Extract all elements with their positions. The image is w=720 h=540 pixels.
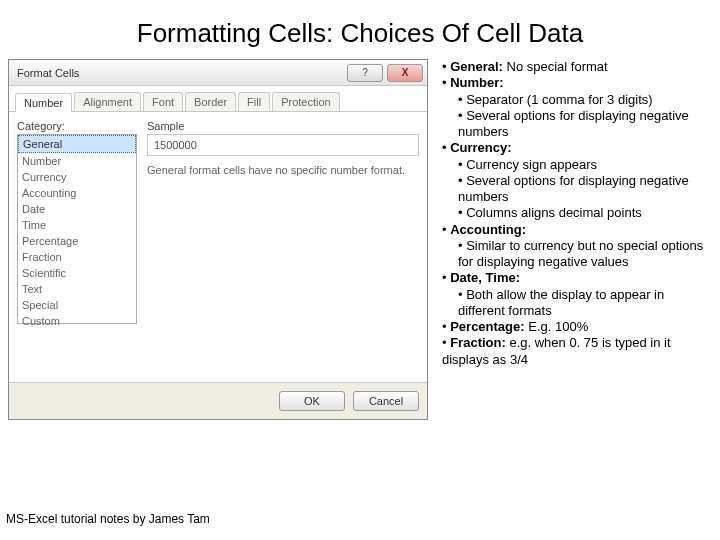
tab-font[interactable]: Font <box>143 92 183 111</box>
dialog-body: Category: General Number Currency Accoun… <box>9 112 427 382</box>
category-item-currency[interactable]: Currency <box>18 169 136 185</box>
tab-fill[interactable]: Fill <box>238 92 270 111</box>
tab-border[interactable]: Border <box>185 92 236 111</box>
category-item-percentage[interactable]: Percentage <box>18 233 136 249</box>
note-general: General: No special format <box>442 59 704 75</box>
note-percentage: Percentage: E.g. 100% <box>442 319 704 335</box>
dialog-titlebar: Format Cells ? X <box>9 60 427 86</box>
help-button[interactable]: ? <box>347 64 383 82</box>
category-list[interactable]: General Number Currency Accounting Date … <box>17 134 137 324</box>
format-cells-dialog: Format Cells ? X Number Alignment Font B… <box>8 59 428 420</box>
note-currency: Currency: <box>442 140 704 156</box>
ok-button[interactable]: OK <box>279 391 345 411</box>
category-item-accounting[interactable]: Accounting <box>18 185 136 201</box>
category-item-special[interactable]: Special <box>18 297 136 313</box>
note-number-sub1: Separator (1 comma for 3 digits) <box>442 92 704 108</box>
note-currency-sub3: Columns aligns decimal points <box>442 205 704 221</box>
tab-number[interactable]: Number <box>15 93 72 112</box>
note-datetime: Date, Time: <box>442 270 704 286</box>
dialog-tabs: Number Alignment Font Border Fill Protec… <box>9 86 427 112</box>
category-item-custom[interactable]: Custom <box>18 313 136 329</box>
category-item-scientific[interactable]: Scientific <box>18 265 136 281</box>
category-label: Category: <box>17 120 137 132</box>
category-item-time[interactable]: Time <box>18 217 136 233</box>
category-item-text[interactable]: Text <box>18 281 136 297</box>
category-item-number[interactable]: Number <box>18 153 136 169</box>
dialog-footer: OK Cancel <box>9 382 427 419</box>
tab-protection[interactable]: Protection <box>272 92 340 111</box>
note-datetime-sub1: Both allow the display to appear in diff… <box>442 287 704 320</box>
category-item-fraction[interactable]: Fraction <box>18 249 136 265</box>
sample-value: 1500000 <box>147 134 419 156</box>
note-number-sub2: Several options for displaying negative … <box>442 108 704 141</box>
content-row: Format Cells ? X Number Alignment Font B… <box>0 49 720 420</box>
cancel-button[interactable]: Cancel <box>353 391 419 411</box>
category-item-general[interactable]: General <box>18 135 136 153</box>
slide-title: Formatting Cells: Choices Of Cell Data <box>0 0 720 49</box>
note-number: Number: <box>442 75 704 91</box>
tab-alignment[interactable]: Alignment <box>74 92 141 111</box>
dialog-title: Format Cells <box>17 67 343 79</box>
format-description: General format cells have no specific nu… <box>147 164 419 176</box>
note-currency-sub1: Currency sign appears <box>442 157 704 173</box>
note-accounting: Accounting: <box>442 222 704 238</box>
sample-label: Sample <box>147 120 419 132</box>
category-column: Category: General Number Currency Accoun… <box>17 120 137 374</box>
category-item-date[interactable]: Date <box>18 201 136 217</box>
note-fraction: Fraction: e.g. when 0. 75 is typed in it… <box>442 335 704 368</box>
footer-note: MS-Excel tutorial notes by James Tam <box>6 512 210 526</box>
note-accounting-sub1: Similar to currency but no special optio… <box>442 238 704 271</box>
sample-column: Sample 1500000 General format cells have… <box>137 120 419 374</box>
close-button[interactable]: X <box>387 64 423 82</box>
note-currency-sub2: Several options for displaying negative … <box>442 173 704 206</box>
notes-list: General: No special format Number: Separ… <box>428 59 712 420</box>
